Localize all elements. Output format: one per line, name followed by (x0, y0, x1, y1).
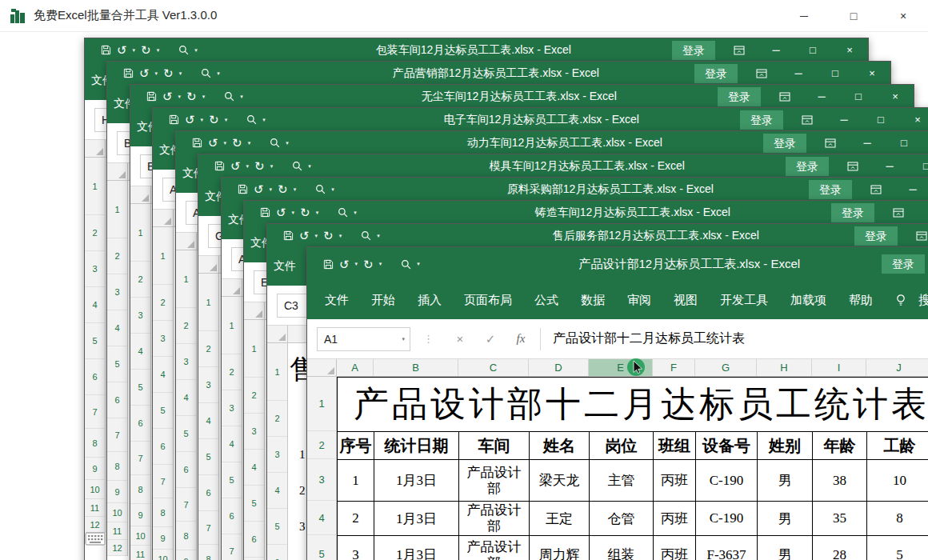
name-box[interactable]: A1 ▾ (317, 327, 410, 351)
undo-dropdown-icon[interactable]: ▾ (133, 47, 136, 54)
row-header[interactable]: 2 (176, 308, 196, 344)
table-data-cell[interactable]: 1月3日 (374, 460, 459, 502)
ribbon-options-button[interactable] (766, 85, 803, 108)
redo-dropdown-icon[interactable]: ▾ (225, 117, 228, 123)
table-header-cell[interactable]: 统计日期 (374, 432, 459, 460)
row-header[interactable]: 5 (153, 393, 173, 429)
row-header[interactable]: 5 (198, 439, 218, 475)
row-header[interactable]: 2 (244, 378, 264, 414)
table-data-cell[interactable]: 产品设计部 (459, 460, 530, 502)
save-icon[interactable] (214, 161, 225, 171)
row-header[interactable]: 3 (176, 344, 196, 380)
table-data-cell[interactable]: 10 (867, 460, 928, 502)
tell-me-search[interactable]: 搜 (918, 293, 928, 308)
table-data-cell[interactable]: C-190 (696, 460, 758, 502)
row-header[interactable]: 9 (107, 481, 127, 503)
close-button[interactable]: × (877, 85, 914, 108)
search-dropdown-icon[interactable]: ▾ (354, 210, 357, 216)
row-header[interactable]: 8 (198, 545, 218, 560)
cancel-icon[interactable]: × (445, 332, 475, 346)
undo-dropdown-icon[interactable]: ▾ (178, 94, 182, 100)
row-header[interactable]: 2 (222, 354, 242, 390)
save-icon[interactable] (146, 91, 157, 102)
redo-icon[interactable]: ↻ (141, 44, 151, 56)
table-header-cell[interactable]: 工龄 (867, 432, 928, 460)
undo-icon[interactable]: ↺ (339, 258, 350, 270)
row-header[interactable]: 1 (222, 297, 242, 354)
table-data-cell[interactable]: 3 (338, 536, 374, 560)
select-all-corner[interactable] (198, 256, 219, 273)
window-titlebar[interactable]: ↺▾↻▾▾铸造车间12月达标员工工表.xlsx - Excel登录─□× (244, 201, 928, 224)
row-header[interactable]: 1 (130, 204, 150, 262)
table-header-cell[interactable]: 车间 (459, 432, 530, 460)
select-all-corner[interactable] (107, 163, 128, 180)
row-header[interactable]: 3 (130, 298, 150, 334)
window-titlebar[interactable]: ↺▾↻▾▾售后服务部12月达标员工工表.xlsx - Excel登录─□× (267, 224, 928, 247)
row-header[interactable]: 2 (130, 262, 150, 298)
undo-dropdown-icon[interactable]: ▾ (292, 210, 295, 216)
row-header[interactable]: 12 (107, 540, 127, 556)
window-titlebar[interactable]: ↺▾↻▾▾电子车间12月达标员工工表.xlsx - Excel登录─□× (153, 108, 928, 131)
search-dropdown-icon[interactable]: ▾ (286, 140, 289, 146)
window-titlebar[interactable]: ↺▾↻▾▾原料采购部12月达标员工工表.xlsx - Excel登录─□× (222, 178, 928, 201)
ribbon-options-button[interactable] (880, 201, 917, 224)
table-data-cell[interactable]: 5 (867, 536, 928, 560)
ribbon-options-button[interactable] (812, 131, 849, 154)
confirm-icon[interactable]: ✓ (475, 332, 506, 346)
tab-page-layout[interactable]: 页面布局 (464, 293, 512, 308)
table-data-cell[interactable]: 主管 (590, 460, 654, 502)
table-data-cell[interactable]: 男 (758, 460, 813, 502)
undo-dropdown-icon[interactable]: ▾ (155, 70, 158, 77)
window-titlebar[interactable]: ↺▾↻▾▾包装车间12月达标员工工表.xlsx - Excel登录─□× (85, 38, 868, 62)
column-header-J[interactable]: J (866, 359, 928, 376)
row-header-5[interactable]: 5 (307, 535, 336, 560)
tab-formulas[interactable]: 公式 (534, 293, 558, 308)
row-header[interactable]: 6 (267, 545, 287, 560)
table-data-cell[interactable]: C-190 (696, 502, 758, 536)
maximize-button[interactable]: □ (817, 62, 854, 85)
row-header[interactable]: 7 (107, 418, 127, 452)
row-header[interactable]: 10 (153, 550, 173, 560)
row-header[interactable]: 8 (130, 475, 150, 504)
ribbon-options-button[interactable] (743, 62, 780, 85)
redo-dropdown-icon[interactable]: ▾ (379, 261, 382, 267)
table-header-cell[interactable]: 设备号 (696, 432, 758, 460)
row-header[interactable]: 1 (198, 274, 218, 331)
row-header[interactable]: 4 (222, 426, 242, 462)
row-header[interactable]: 4 (198, 403, 218, 439)
minimize-button[interactable]: ─ (849, 131, 886, 154)
column-header-B[interactable]: B (374, 359, 458, 376)
row-header[interactable]: 8 (107, 452, 127, 481)
minimize-button[interactable]: ─ (917, 201, 928, 224)
column-header-F[interactable]: F (653, 359, 695, 376)
namebox-dropdown-icon[interactable]: ▾ (402, 336, 405, 342)
save-icon[interactable] (169, 114, 179, 125)
row-header[interactable]: 11 (130, 546, 150, 560)
table-data-cell[interactable]: 梁天龙 (530, 460, 590, 502)
excel-window-front[interactable]: ↺▾↻▾▾ 产品设计部12月达标员工工表.xlsx - Excel 登录 ─ □… (306, 246, 928, 560)
tab-review[interactable]: 审阅 (627, 293, 651, 308)
column-header-I[interactable]: I (812, 359, 866, 376)
formula-bar-resize-dots[interactable]: ⋮ (423, 333, 434, 345)
row-header[interactable]: 5 (222, 462, 242, 498)
row-header-1[interactable]: 1 (307, 377, 336, 431)
row-header[interactable]: 9 (176, 550, 196, 560)
undo-dropdown-icon[interactable]: ▾ (355, 261, 358, 267)
redo-icon[interactable]: ↻ (323, 230, 334, 242)
row-header[interactable]: 9 (153, 527, 173, 550)
row-header[interactable]: 1 (153, 227, 173, 285)
search-icon[interactable] (201, 68, 211, 78)
ribbon-tab[interactable]: 文件 (274, 259, 296, 274)
save-icon[interactable] (283, 230, 294, 241)
table-data-cell[interactable]: 1月3日 (374, 502, 459, 536)
redo-icon[interactable]: ↻ (254, 160, 265, 172)
undo-icon[interactable]: ↺ (299, 230, 310, 242)
row-header[interactable]: 2 (153, 285, 173, 321)
undo-dropdown-icon[interactable]: ▾ (270, 186, 273, 193)
minimize-button[interactable]: ─ (780, 62, 817, 85)
maximize-button[interactable]: □ (840, 85, 877, 108)
row-header[interactable]: 5 (130, 370, 150, 406)
close-button[interactable]: × (831, 38, 868, 62)
table-data-cell[interactable]: 丙班 (654, 536, 696, 560)
undo-icon[interactable]: ↺ (139, 67, 150, 79)
